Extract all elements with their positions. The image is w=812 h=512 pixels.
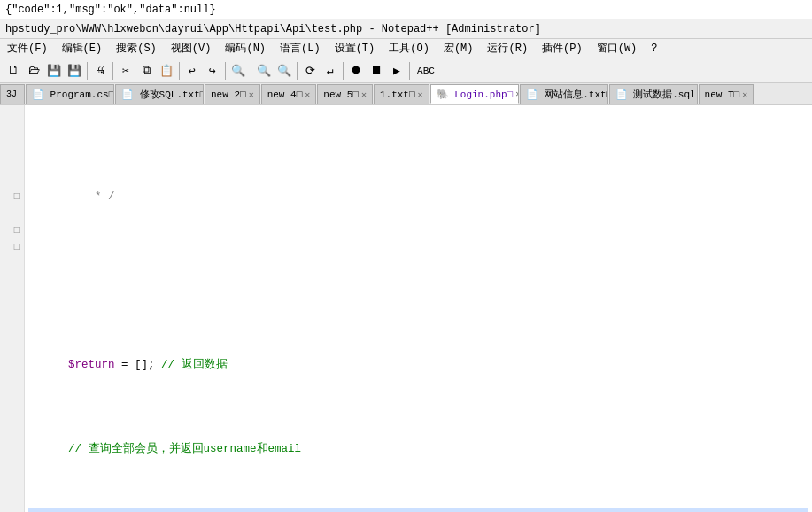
line-num-1	[4, 105, 20, 121]
tab-login[interactable]: 🐘 Login.php□ ✕	[430, 84, 519, 104]
line-num-11	[4, 273, 20, 290]
tab-new5-label: new 5□	[323, 89, 359, 100]
line-num-5	[4, 172, 20, 189]
code-line-2	[28, 256, 808, 273]
toolbar-zoom-in[interactable]: 🔍	[254, 61, 274, 81]
line-num-7	[4, 206, 20, 222]
toolbar-sep2	[112, 62, 113, 80]
line-num-14	[4, 323, 20, 340]
menu-language[interactable]: 语言(L)	[276, 40, 324, 57]
tab-new2-label: new 2□	[211, 89, 246, 100]
menu-help[interactable]: ?	[647, 42, 661, 56]
tab-1txt[interactable]: 1.txt□ ✕	[374, 84, 429, 104]
code-line-5: $cs = $_GET['cs'];//加的参数	[28, 508, 808, 512]
menu-window[interactable]: 窗口(W)	[593, 40, 641, 57]
line-num-16	[4, 357, 20, 374]
tab-site-info[interactable]: 📄 网站信息.txt□ ✕	[520, 84, 608, 104]
menu-file[interactable]: 文件(F)	[4, 40, 51, 57]
code-line-1: * /	[28, 172, 808, 189]
menu-search[interactable]: 搜索(S)	[112, 40, 160, 57]
tab-program[interactable]: 📄 Program.cs□ ✕	[26, 84, 114, 104]
line-num-13	[4, 306, 20, 323]
toolbar-new[interactable]: 🗋	[4, 61, 23, 81]
line-num-8: □	[4, 222, 20, 239]
menu-encode[interactable]: 编码(N)	[221, 40, 269, 57]
tab-newt-label: new T□	[705, 89, 740, 100]
line-numbers: □ □ □	[0, 105, 25, 512]
tab-bar: 3J 📄 Program.cs□ ✕ 📄 修改SQL.txt□ ✕ new 2□…	[0, 83, 812, 105]
toolbar-print[interactable]: 🖨	[90, 61, 110, 81]
toolbar-undo[interactable]: ↩	[182, 61, 202, 81]
line-num-10	[4, 256, 20, 273]
toolbar-spellcheck[interactable]: ABC	[413, 61, 439, 81]
toolbar-paste[interactable]: 📋	[157, 61, 176, 81]
title-text: hpstudy_pro\WWW\hlxwebcn\dayrui\App\Http…	[5, 23, 541, 35]
tab-testdb[interactable]: 📄 测试数据.sql.txt□ ✕	[609, 84, 698, 104]
tab-new4-close[interactable]: ✕	[305, 89, 310, 100]
line-num-6: □	[4, 189, 20, 206]
tab-new2[interactable]: new 2□ ✕	[205, 84, 260, 104]
tab-new5-close[interactable]: ✕	[361, 89, 367, 100]
tab-1txt-close[interactable]: ✕	[418, 89, 423, 100]
code-line-3: $return = []; // 返回数据	[28, 340, 808, 357]
code-line-4: // 查询全部会员，并返回username和email	[28, 424, 808, 441]
menu-plugins[interactable]: 插件(P)	[538, 40, 586, 57]
menu-macro[interactable]: 宏(M)	[440, 40, 477, 57]
browser-response-text: {"code":1,"msg":"ok","data":null}	[5, 4, 216, 16]
browser-response-bar: {"code":1,"msg":"ok","data":null}	[0, 0, 812, 19]
menu-run[interactable]: 运行(R)	[483, 40, 531, 57]
line-num-9: □	[4, 239, 20, 256]
toolbar-save[interactable]: 💾	[44, 61, 64, 81]
toolbar-zoom-out[interactable]: 🔍	[275, 61, 294, 81]
tab-1txt-label: 1.txt□	[380, 89, 415, 100]
tab-testdb-label: 📄 测试数据.sql.txt□	[615, 88, 698, 101]
tab-newt[interactable]: new T□ ✕	[699, 84, 754, 104]
title-bar: hpstudy_pro\WWW\hlxwebcn\dayrui\App\Http…	[0, 19, 812, 39]
tab-program-label: 📄 Program.cs□	[32, 89, 114, 100]
toolbar-sep3	[179, 62, 180, 80]
tab-newt-close[interactable]: ✕	[742, 89, 747, 100]
tab-new4-label: new 4□	[267, 89, 303, 100]
menu-bar: 文件(F) 编辑(E) 搜索(S) 视图(V) 编码(N) 语言(L) 设置(T…	[0, 39, 812, 58]
tab-new2-close[interactable]: ✕	[249, 89, 254, 100]
toolbar-sep6	[297, 62, 298, 80]
tab-login-label: 🐘 Login.php□	[437, 89, 514, 100]
toolbar-sep8	[409, 62, 410, 80]
code-content[interactable]: * / $return = []; // 返回数据 // 查询全部会员，并返回u…	[25, 105, 812, 512]
line-num-3	[4, 138, 20, 155]
tab-sql[interactable]: 📄 修改SQL.txt□ ✕	[115, 84, 204, 104]
line-num-2	[4, 121, 20, 138]
toolbar-redo[interactable]: ↪	[203, 61, 222, 81]
menu-view[interactable]: 视图(V)	[167, 40, 215, 57]
toolbar-save-all[interactable]: 💾	[65, 61, 84, 81]
tab-login-close[interactable]: ✕	[515, 89, 518, 99]
line-num-12	[4, 290, 20, 306]
toolbar-cut[interactable]: ✂	[116, 61, 135, 81]
toolbar-find[interactable]: 🔍	[228, 61, 248, 81]
tab-sql-label: 📄 修改SQL.txt□	[121, 88, 204, 101]
menu-edit[interactable]: 编辑(E)	[58, 40, 106, 57]
line-num-4	[4, 155, 20, 172]
line-num-15	[4, 340, 20, 357]
toolbar-copy[interactable]: ⧉	[136, 61, 156, 81]
toolbar-macro-play[interactable]: ▶	[387, 61, 406, 81]
menu-tools[interactable]: 工具(O)	[385, 40, 433, 57]
toolbar-macro-record[interactable]: ⏺	[346, 61, 366, 81]
toolbar-sep7	[343, 62, 344, 80]
toolbar-sync[interactable]: ⟳	[300, 61, 320, 81]
toolbar-wrap[interactable]: ↵	[321, 61, 340, 81]
tab-3j[interactable]: 3J	[0, 84, 25, 104]
tab-site-info-label: 📄 网站信息.txt□	[526, 88, 608, 101]
tab-new4[interactable]: new 4□ ✕	[261, 84, 317, 104]
tab-icon-3j: 3J	[6, 89, 17, 99]
toolbar-macro-stop[interactable]: ⏹	[367, 61, 386, 81]
tab-new5[interactable]: new 5□ ✕	[317, 84, 373, 104]
menu-settings[interactable]: 设置(T)	[331, 40, 379, 57]
toolbar-open[interactable]: 🗁	[24, 61, 43, 81]
code-area[interactable]: □ □ □ * / $return = []; // 返回数据 // 查询全部会…	[0, 105, 812, 512]
toolbar-sep5	[251, 62, 251, 80]
toolbar-sep4	[225, 62, 226, 80]
toolbar-sep1	[87, 62, 88, 80]
toolbar: 🗋 🗁 💾 💾 🖨 ✂ ⧉ 📋 ↩ ↪ 🔍 🔍 🔍 ⟳ ↵ ⏺ ⏹ ▶ ABC	[0, 58, 812, 83]
